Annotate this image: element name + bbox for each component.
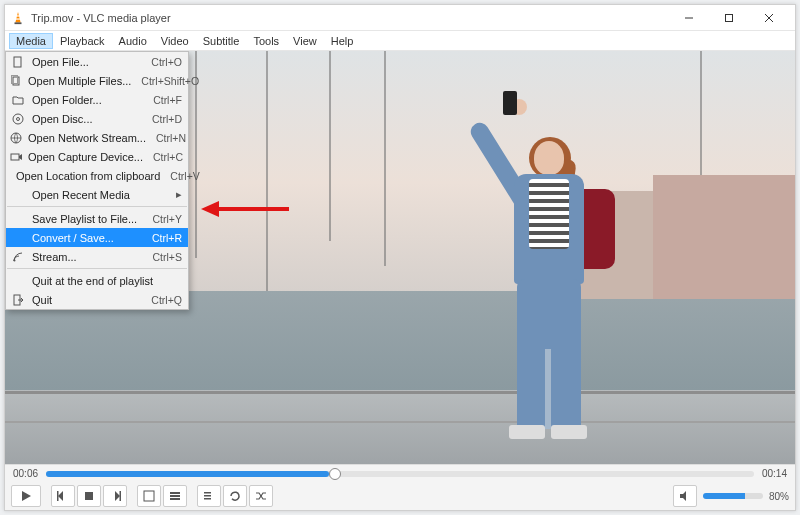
svg-rect-26: [144, 491, 154, 501]
menu-item-quit[interactable]: QuitCtrl+Q: [6, 290, 188, 309]
svg-rect-32: [204, 498, 211, 500]
time-current[interactable]: 00:06: [13, 468, 38, 479]
folder-icon: [10, 92, 26, 108]
video-area[interactable]: Open File...Ctrl+OOpen Multiple Files...…: [5, 51, 795, 464]
menu-item-open-location-from-clipboard[interactable]: Open Location from clipboardCtrl+V: [6, 166, 188, 185]
stop-button[interactable]: [77, 485, 101, 507]
svg-point-11: [13, 114, 23, 124]
menu-item-label: Open Multiple Files...: [28, 75, 131, 87]
menu-item-open-network-stream[interactable]: Open Network Stream...Ctrl+N: [6, 128, 188, 147]
menu-subtitle[interactable]: Subtitle: [196, 33, 247, 49]
menu-item-shortcut: Ctrl+O: [141, 56, 182, 68]
menu-tools[interactable]: Tools: [246, 33, 286, 49]
titlebar: Trip.mov - VLC media player: [5, 5, 795, 31]
menu-item-shortcut: Ctrl+R: [142, 232, 182, 244]
menu-item-shortcut: Ctrl+Shift+O: [131, 75, 199, 87]
menu-item-label: Stream...: [32, 251, 143, 263]
menu-item-label: Open Network Stream...: [28, 132, 146, 144]
menu-item-label: Open Capture Device...: [28, 151, 143, 163]
menu-item-label: Open Disc...: [32, 113, 142, 125]
menubar: Media Playback Audio Video Subtitle Tool…: [5, 31, 795, 51]
next-button[interactable]: [103, 485, 127, 507]
menu-item-label: Save Playlist to File...: [32, 213, 143, 225]
close-button[interactable]: [749, 5, 789, 31]
blank: [10, 211, 26, 227]
fullscreen-button[interactable]: [137, 485, 161, 507]
menu-separator: [7, 268, 187, 269]
menu-item-convert-save[interactable]: Convert / Save...Ctrl+R: [6, 228, 188, 247]
svg-marker-33: [680, 491, 686, 501]
menu-item-label: Open Recent Media: [32, 189, 174, 201]
volume-slider[interactable]: [703, 493, 763, 499]
blank: [10, 273, 26, 289]
menu-item-quit-at-the-end-of-playlist[interactable]: Quit at the end of playlist: [6, 271, 188, 290]
svg-marker-20: [22, 491, 31, 501]
menu-separator: [7, 206, 187, 207]
files-icon: [10, 73, 22, 89]
svg-rect-5: [726, 14, 733, 21]
svg-rect-29: [170, 498, 180, 500]
svg-rect-2: [16, 15, 19, 16]
seek-bar[interactable]: [46, 471, 754, 477]
svg-rect-3: [16, 18, 20, 19]
menu-item-open-folder[interactable]: Open Folder...Ctrl+F: [6, 90, 188, 109]
menu-item-open-capture-device[interactable]: Open Capture Device...Ctrl+C: [6, 147, 188, 166]
quit-icon: [10, 292, 26, 308]
prev-button[interactable]: [51, 485, 75, 507]
svg-point-16: [14, 259, 16, 261]
menu-item-shortcut: Ctrl+C: [143, 151, 183, 163]
menu-item-save-playlist-to-file[interactable]: Save Playlist to File...Ctrl+Y: [6, 209, 188, 228]
menu-item-open-multiple-files[interactable]: Open Multiple Files...Ctrl+Shift+O: [6, 71, 188, 90]
menu-item-label: Open Location from clipboard: [16, 170, 160, 182]
menu-video[interactable]: Video: [154, 33, 196, 49]
play-button[interactable]: [11, 485, 41, 507]
menu-help[interactable]: Help: [324, 33, 361, 49]
menu-item-label: Quit: [32, 294, 141, 306]
menu-view[interactable]: View: [286, 33, 324, 49]
vlc-logo-icon: [11, 11, 25, 25]
time-total[interactable]: 00:14: [762, 468, 787, 479]
menu-item-shortcut: Ctrl+F: [143, 94, 182, 106]
menu-item-label: Open File...: [32, 56, 141, 68]
menu-item-shortcut: Ctrl+D: [142, 113, 182, 125]
menu-item-label: Convert / Save...: [32, 232, 142, 244]
svg-rect-14: [11, 154, 19, 160]
menu-item-open-file[interactable]: Open File...Ctrl+O: [6, 52, 188, 71]
menu-item-shortcut: Ctrl+N: [146, 132, 186, 144]
svg-rect-8: [14, 57, 21, 67]
menu-item-label: Open Folder...: [32, 94, 143, 106]
playlist-button[interactable]: [197, 485, 221, 507]
blank: [10, 187, 26, 203]
svg-rect-30: [204, 492, 211, 494]
ext-settings-button[interactable]: [163, 485, 187, 507]
player-controls: 00:06 00:14 80%: [5, 464, 795, 510]
menu-item-stream[interactable]: Stream...Ctrl+S: [6, 247, 188, 266]
shuffle-button[interactable]: [249, 485, 273, 507]
svg-rect-22: [57, 491, 59, 501]
mute-button[interactable]: [673, 485, 697, 507]
svg-point-12: [17, 117, 20, 120]
menu-item-open-disc[interactable]: Open Disc...Ctrl+D: [6, 109, 188, 128]
svg-rect-25: [120, 491, 122, 501]
maximize-button[interactable]: [709, 5, 749, 31]
menu-media[interactable]: Media: [9, 33, 53, 49]
file-icon: [10, 54, 26, 70]
svg-marker-0: [15, 11, 20, 22]
menu-item-shortcut: Ctrl+S: [143, 251, 182, 263]
volume-percent: 80%: [769, 491, 789, 502]
window-title: Trip.mov - VLC media player: [31, 12, 669, 24]
menu-playback[interactable]: Playback: [53, 33, 112, 49]
svg-rect-1: [15, 22, 22, 24]
minimize-button[interactable]: [669, 5, 709, 31]
menu-audio[interactable]: Audio: [112, 33, 154, 49]
video-subject-person: [479, 119, 619, 439]
media-dropdown: Open File...Ctrl+OOpen Multiple Files...…: [5, 51, 189, 310]
svg-marker-21: [58, 491, 63, 501]
submenu-arrow-icon: ▸: [174, 188, 182, 201]
loop-button[interactable]: [223, 485, 247, 507]
menu-item-shortcut: Ctrl+Y: [143, 213, 182, 225]
menu-item-open-recent-media[interactable]: Open Recent Media▸: [6, 185, 188, 204]
stream-icon: [10, 249, 26, 265]
svg-marker-24: [115, 491, 120, 501]
menu-item-shortcut: Ctrl+Q: [141, 294, 182, 306]
